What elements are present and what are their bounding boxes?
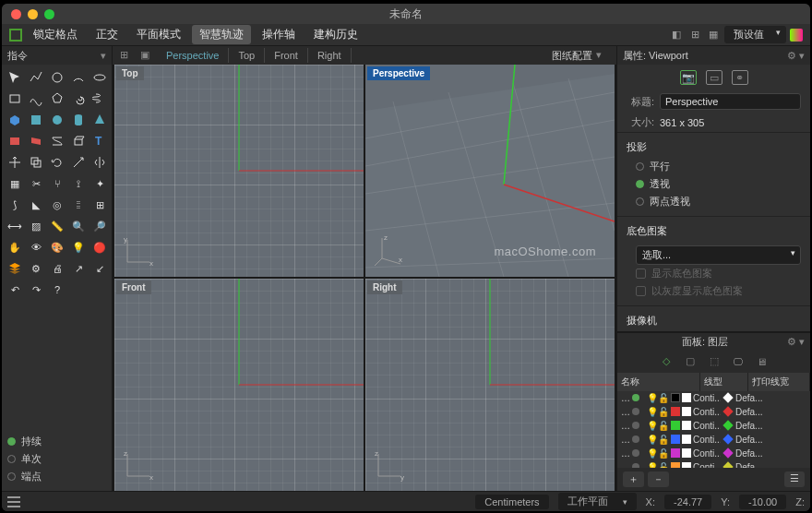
- tool-curve[interactable]: [27, 89, 45, 108]
- gear-icon[interactable]: ⚙ ▾: [787, 50, 805, 62]
- tool-pan[interactable]: ✋: [6, 238, 24, 256]
- tool-layer[interactable]: [6, 259, 24, 278]
- menu-planar[interactable]: 平面模式: [129, 25, 188, 44]
- layer-row[interactable]: …💡🔓Conti...Defa...: [617, 460, 810, 468]
- tool-array[interactable]: ⦙⦙: [69, 196, 88, 214]
- col-name[interactable]: 名称: [617, 373, 700, 391]
- add-layer-button[interactable]: ＋: [623, 471, 644, 487]
- status-cplane[interactable]: 工作平面: [558, 493, 637, 510]
- blocks-tab-icon[interactable]: ▢: [682, 354, 699, 369]
- tool-helix[interactable]: [90, 89, 109, 108]
- pane-label-right[interactable]: Right: [367, 280, 402, 294]
- grayscale-background-checkbox[interactable]: 以灰度显示底色图案: [636, 282, 801, 300]
- tool-circle[interactable]: [48, 68, 66, 87]
- tool-arc[interactable]: [69, 68, 88, 87]
- inspector-tab-link-icon[interactable]: ⚭: [732, 70, 748, 85]
- tool-loft[interactable]: [48, 132, 66, 150]
- remove-layer-button[interactable]: －: [648, 471, 669, 487]
- viewport-top[interactable]: Top xy: [114, 65, 364, 277]
- tool-view[interactable]: 👁: [27, 238, 45, 256]
- tool-polygon[interactable]: [48, 89, 66, 108]
- tool-offset[interactable]: ◎: [48, 196, 66, 214]
- layer-row[interactable]: …💡🔓Conti...Defa...: [617, 391, 810, 405]
- show-background-checkbox[interactable]: 显示底色图案: [636, 265, 801, 282]
- tool-group[interactable]: ⊞: [90, 196, 109, 214]
- tool-measure[interactable]: 📏: [48, 217, 66, 235]
- tool-surface1[interactable]: [6, 132, 24, 150]
- tool-extrude[interactable]: [69, 132, 88, 150]
- tool-export[interactable]: ↗: [69, 259, 88, 278]
- tool-props[interactable]: ⚙: [27, 259, 45, 278]
- gear-icon[interactable]: ⚙ ▾: [787, 336, 805, 348]
- background-select[interactable]: 选取...: [636, 245, 801, 265]
- tool-hatch[interactable]: ▨: [27, 217, 45, 235]
- menu-grid-snap[interactable]: 锁定格点: [26, 25, 85, 44]
- option-endpoint[interactable]: 端点: [7, 468, 106, 485]
- tool-analyze[interactable]: 🔍: [69, 217, 88, 235]
- tool-sphere[interactable]: [48, 111, 66, 129]
- menu-icon[interactable]: [7, 496, 20, 507]
- toolbar-icon-1[interactable]: ◧: [669, 28, 684, 42]
- pane-label-perspective[interactable]: Perspective: [367, 66, 430, 80]
- tab-right[interactable]: Right: [308, 48, 352, 63]
- tab-top[interactable]: Top: [229, 48, 265, 63]
- option-persistent[interactable]: 持续: [7, 433, 106, 450]
- tool-cylinder[interactable]: [69, 111, 88, 129]
- viewport-config-label[interactable]: 图纸配置: [552, 49, 592, 63]
- projection-twopoint[interactable]: 两点透视: [636, 193, 801, 210]
- tool-redo[interactable]: ↷: [27, 280, 45, 299]
- tool-dim[interactable]: ⟷: [6, 217, 24, 235]
- tool-align[interactable]: ▦: [6, 174, 24, 193]
- tool-rotate[interactable]: [48, 153, 66, 172]
- chevron-down-icon[interactable]: ▾: [596, 49, 609, 62]
- layer-row[interactable]: …💡🔓Conti...Defa...: [617, 447, 810, 460]
- display-tab-icon[interactable]: 🖵: [730, 354, 746, 369]
- tool-rect[interactable]: [6, 89, 24, 108]
- status-units[interactable]: Centimeters: [475, 495, 548, 509]
- tool-cone[interactable]: [90, 111, 109, 129]
- preset-dropdown[interactable]: 预设值: [724, 26, 786, 43]
- pane-label-front[interactable]: Front: [116, 280, 151, 294]
- render-tab-icon[interactable]: 🖥: [754, 354, 770, 369]
- toolbar-icon-2[interactable]: ⊞: [687, 28, 702, 42]
- menu-record-history[interactable]: 建构历史: [306, 25, 365, 44]
- named-views-tab-icon[interactable]: ⬚: [706, 354, 722, 369]
- tool-fillet[interactable]: ⟆: [6, 196, 24, 214]
- tool-box[interactable]: [27, 111, 45, 129]
- tool-ellipse[interactable]: [90, 68, 109, 87]
- inspector-tab-camera-icon[interactable]: 📷: [680, 70, 697, 85]
- inspector-tab-display-icon[interactable]: ▭: [706, 70, 722, 85]
- viewport-perspective[interactable]: Perspective zx macOShome.com: [365, 65, 615, 277]
- toolbar-icon-3[interactable]: ▦: [706, 28, 721, 42]
- maximize-icon[interactable]: ▣: [140, 49, 153, 62]
- tool-import[interactable]: ↙: [90, 259, 109, 278]
- menu-smart-track[interactable]: 智慧轨迹: [192, 25, 251, 44]
- layer-row[interactable]: …💡🔓Conti...Defa...: [617, 419, 810, 433]
- layer-menu-button[interactable]: ☰: [784, 471, 805, 487]
- tool-spiral[interactable]: [69, 89, 88, 108]
- tool-scale[interactable]: [69, 153, 88, 172]
- tool-print[interactable]: 🖨: [48, 259, 66, 278]
- tool-surface2[interactable]: [27, 132, 45, 150]
- projection-parallel[interactable]: 平行: [636, 158, 801, 175]
- projection-perspective[interactable]: 透视: [636, 175, 801, 193]
- tool-help[interactable]: ?: [48, 280, 66, 299]
- layer-row[interactable]: …💡🔓Conti...Defa...: [617, 433, 810, 447]
- tool-trim[interactable]: ✂: [27, 174, 45, 193]
- tab-front[interactable]: Front: [265, 48, 308, 63]
- tool-chamfer[interactable]: ◣: [27, 196, 45, 214]
- tool-split[interactable]: ⑂: [48, 174, 66, 193]
- layer-row[interactable]: …💡🔓Conti...Defa...: [617, 405, 810, 419]
- display-mode-icon[interactable]: [790, 29, 803, 42]
- tab-perspective[interactable]: Perspective: [157, 48, 229, 63]
- menu-gumball[interactable]: 操作轴: [255, 25, 303, 44]
- pane-label-top[interactable]: Top: [116, 66, 144, 80]
- tool-solid1[interactable]: [6, 111, 24, 129]
- layout-icon[interactable]: ⊞: [120, 49, 133, 62]
- tool-undo[interactable]: ↶: [6, 280, 24, 299]
- tool-pointer[interactable]: [6, 68, 24, 87]
- viewport-front[interactable]: Front xz: [114, 279, 364, 491]
- col-printwidth[interactable]: 打印线宽: [748, 373, 810, 391]
- tool-mirror[interactable]: [90, 153, 109, 172]
- tool-zoom[interactable]: 🔎: [90, 217, 109, 235]
